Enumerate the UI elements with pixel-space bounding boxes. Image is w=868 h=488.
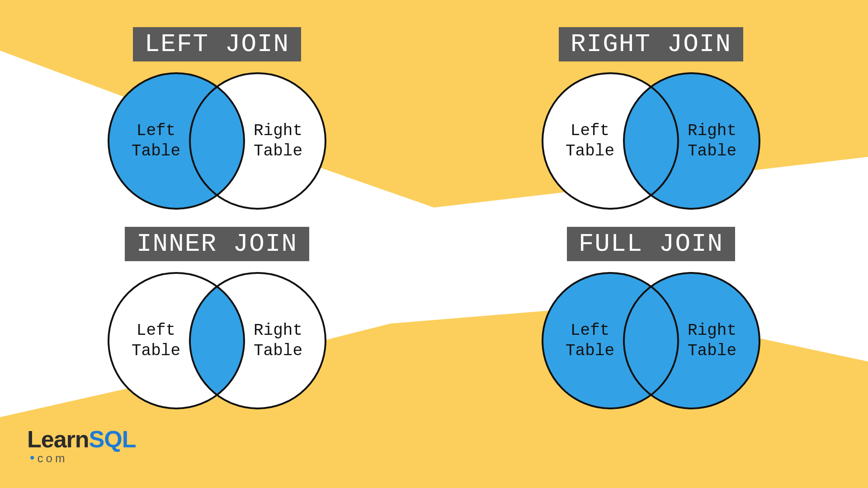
label-left-table: Left Table: [556, 320, 624, 361]
logo-dot-icon: •: [30, 450, 35, 465]
cell-right-join: RIGHT JOIN Left Table Right Table: [434, 27, 868, 213]
title-right-join: RIGHT JOIN: [559, 27, 743, 61]
brand-logo: LearnSQL •com: [27, 426, 136, 465]
logo-sub-text: com: [38, 451, 68, 465]
label-left-table: Left Table: [122, 121, 190, 161]
label-left-table: Left Table: [556, 121, 624, 161]
logo-text-sql: SQL: [89, 426, 136, 452]
label-right-table: Right Table: [244, 320, 312, 361]
venn-inner-join: Left Table Right Table: [97, 268, 337, 413]
label-right-table: Right Table: [244, 121, 312, 161]
cell-left-join: LEFT JOIN Left Table Right Table: [0, 27, 434, 213]
cell-inner-join: INNER JOIN Left Table Right Table: [0, 227, 434, 413]
label-right-table: Right Table: [678, 320, 746, 361]
logo-text-learn: Learn: [27, 426, 89, 452]
title-inner-join: INNER JOIN: [125, 227, 309, 261]
title-left-join: LEFT JOIN: [133, 27, 301, 61]
cell-full-join: FULL JOIN Left Table Right Table: [434, 227, 868, 413]
label-left-table: Left Table: [122, 320, 190, 361]
logo-main: LearnSQL: [27, 426, 136, 453]
title-full-join: FULL JOIN: [567, 227, 735, 261]
joins-grid: LEFT JOIN Left Table Right Table RIGHT J…: [0, 27, 868, 413]
venn-right-join: Left Table Right Table: [531, 69, 771, 213]
label-right-table: Right Table: [678, 121, 746, 161]
venn-left-join: Left Table Right Table: [97, 69, 337, 213]
venn-full-join: Left Table Right Table: [531, 268, 771, 413]
